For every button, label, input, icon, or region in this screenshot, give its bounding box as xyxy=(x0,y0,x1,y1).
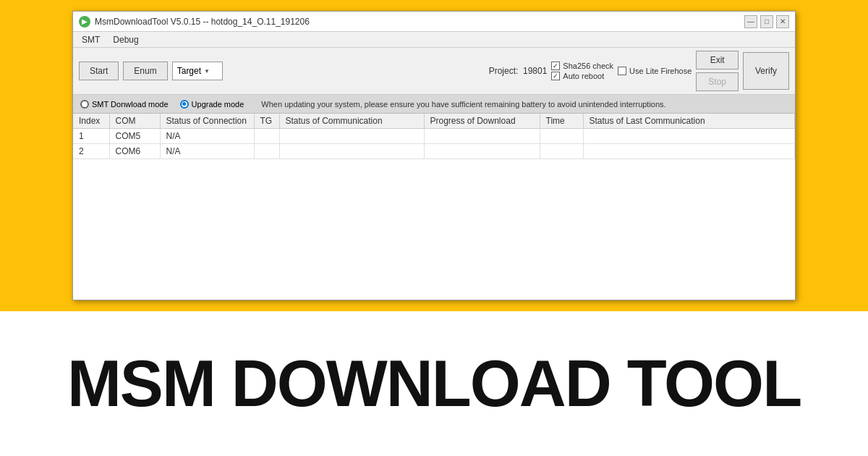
table-area: Index COM Status of Connection TG Status… xyxy=(73,114,795,300)
cell-1-7 xyxy=(583,144,795,159)
minimize-button[interactable]: — xyxy=(744,15,757,28)
cell-0-0: 1 xyxy=(73,129,109,144)
project-value: 19801 xyxy=(523,66,547,76)
cell-1-0: 2 xyxy=(73,144,109,159)
stop-button[interactable]: Stop xyxy=(696,72,739,91)
dropdown-arrow-icon: ▼ xyxy=(204,68,210,75)
use-lite-firehose-label: Use Lite Firehose xyxy=(629,67,692,75)
cell-1-6 xyxy=(540,144,583,159)
upgrade-mode-radio[interactable]: Upgrade mode xyxy=(180,100,244,109)
close-button[interactable]: ✕ xyxy=(776,15,789,28)
toolbar: Start Enum Target ▼ Project: 19801 Sha25… xyxy=(73,48,795,95)
sha256-checkbox-item[interactable]: Sha256 check xyxy=(551,62,613,70)
cell-0-3 xyxy=(254,129,279,144)
table-header: Index COM Status of Connection TG Status… xyxy=(73,114,795,129)
cell-1-1: COM6 xyxy=(109,144,160,159)
cell-0-5 xyxy=(424,129,540,144)
verify-button[interactable]: Verify xyxy=(743,52,789,90)
use-lite-firehose-item[interactable]: Use Lite Firehose xyxy=(618,67,692,75)
table-row[interactable]: 2COM6N/A xyxy=(73,144,795,159)
cell-0-7 xyxy=(583,129,795,144)
enum-button[interactable]: Enum xyxy=(123,62,167,80)
exit-button[interactable]: Exit xyxy=(696,51,739,69)
smt-mode-radio[interactable]: SMT Donwload mode xyxy=(80,100,169,109)
start-button[interactable]: Start xyxy=(79,62,119,80)
title-bar-left: ▶ MsmDownloadTool V5.0.15 -- hotdog_14_O… xyxy=(79,16,310,28)
app-icon: ▶ xyxy=(79,16,90,28)
cell-1-2: N/A xyxy=(160,144,254,159)
target-label: Target xyxy=(177,66,201,76)
col-status-connection: Status of Connection xyxy=(160,114,254,129)
auto-reboot-checkbox-item[interactable]: Auto reboot xyxy=(551,72,613,80)
top-area: ▶ MsmDownloadTool V5.0.15 -- hotdog_14_O… xyxy=(0,0,868,311)
checkbox-group: Sha256 check Auto reboot xyxy=(551,62,613,80)
menu-bar: SMT Debug xyxy=(73,32,795,48)
col-time: Time xyxy=(540,114,583,129)
col-tg: TG xyxy=(254,114,279,129)
action-buttons: Exit Stop xyxy=(696,51,739,91)
cell-0-4 xyxy=(279,129,424,144)
project-prefix: Project: xyxy=(489,66,519,76)
auto-reboot-checkbox[interactable] xyxy=(551,72,560,80)
col-last-comm: Status of Last Communication xyxy=(583,114,795,129)
col-status-comm: Status of Communication xyxy=(279,114,424,129)
use-lite-firehose-checkbox[interactable] xyxy=(618,67,626,75)
big-title: MSM DOWNLOAD TOOL xyxy=(67,351,801,416)
menu-debug[interactable]: Debug xyxy=(107,33,144,46)
cell-1-4 xyxy=(279,144,424,159)
cell-0-6 xyxy=(540,129,583,144)
cell-0-1: COM5 xyxy=(109,129,160,144)
mode-message: When updating your system, please ensure… xyxy=(261,100,665,109)
window-title: MsmDownloadTool V5.0.15 -- hotdog_14_O.1… xyxy=(95,17,310,27)
application-window: ▶ MsmDownloadTool V5.0.15 -- hotdog_14_O… xyxy=(72,11,796,300)
cell-0-2: N/A xyxy=(160,129,254,144)
project-label: Project: 19801 xyxy=(489,66,548,76)
title-bar: ▶ MsmDownloadTool V5.0.15 -- hotdog_14_O… xyxy=(73,12,795,32)
col-progress: Progress of Download xyxy=(424,114,540,129)
table-body: 1COM5N/A2COM6N/A xyxy=(73,129,795,159)
sha256-checkbox[interactable] xyxy=(551,62,560,70)
page-wrapper: ▶ MsmDownloadTool V5.0.15 -- hotdog_14_O… xyxy=(0,0,868,456)
device-table: Index COM Status of Connection TG Status… xyxy=(73,114,795,159)
smt-radio-icon xyxy=(80,100,89,109)
table-row[interactable]: 1COM5N/A xyxy=(73,129,795,144)
col-index: Index xyxy=(73,114,109,129)
table-header-row: Index COM Status of Connection TG Status… xyxy=(73,114,795,129)
menu-smt[interactable]: SMT xyxy=(76,33,106,46)
sha256-label: Sha256 check xyxy=(563,62,613,70)
cell-1-5 xyxy=(424,144,540,159)
title-bar-controls: — □ ✕ xyxy=(744,15,789,28)
col-com: COM xyxy=(109,114,160,129)
bottom-area: MSM DOWNLOAD TOOL xyxy=(0,311,868,456)
smt-mode-label: SMT Donwload mode xyxy=(92,100,169,109)
auto-reboot-label: Auto reboot xyxy=(563,72,604,80)
cell-1-3 xyxy=(254,144,279,159)
upgrade-mode-label: Upgrade mode xyxy=(192,100,244,109)
mode-bar: SMT Donwload mode Upgrade mode When upda… xyxy=(73,95,795,114)
upgrade-radio-icon xyxy=(180,100,189,109)
target-dropdown[interactable]: Target ▼ xyxy=(172,62,223,80)
maximize-button[interactable]: □ xyxy=(760,15,773,28)
